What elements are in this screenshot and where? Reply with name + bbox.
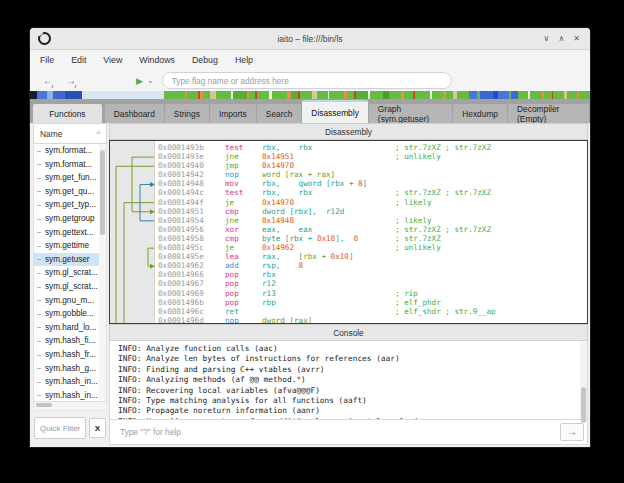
clear-filter-button[interactable]: X [89, 418, 106, 438]
function-item-sym-gnu-m[interactable]: sym.gnu_m... [34, 294, 99, 308]
function-item-sym-format[interactable]: sym.format... [34, 158, 99, 172]
address: 0x0001493e [158, 152, 204, 161]
disasm-line-0x0001495c[interactable]: 0x0001495cje0x14962; unlikely [110, 243, 587, 252]
desktop: { "colors": { "accent_selection": "#cfe5… [0, 0, 624, 483]
function-item-sym-get-fun[interactable]: sym.get_fun... [34, 171, 99, 185]
function-item-sym-format[interactable]: sym.format... [34, 144, 99, 158]
disasm-line-0x00014940[interactable]: 0x00014940jmp0x14970 [110, 161, 587, 170]
function-item-sym-get-typ[interactable]: sym.get_typ... [34, 198, 99, 212]
disasm-line-0x00014962[interactable]: 0x00014962addrsp, 8 [110, 261, 587, 270]
operands: 0x14962 [262, 243, 294, 252]
tab-strings[interactable]: Strings [165, 104, 209, 123]
disasm-line-0x00014948[interactable]: 0x00014948movrbx, qword [rbx + 8] [110, 179, 587, 188]
chevron-down-icon[interactable]: ⌄ [147, 76, 154, 85]
comment: ; elf_shdr ; str.9__ap [395, 307, 496, 316]
function-item-sym-gobble[interactable]: sym.gobble... [34, 307, 99, 321]
disasm-line-0x00014942[interactable]: 0x00014942nopword [rax + rax] [110, 170, 587, 179]
functions-scrollbar[interactable] [99, 144, 106, 401]
memory-map-bar[interactable] [30, 91, 590, 99]
disasm-line-0x0001496b[interactable]: 0x0001496bpoprbp; elf_phdr [110, 298, 587, 307]
function-item-sym-gettext[interactable]: sym.gettext... [34, 226, 99, 240]
tab-hexdump[interactable]: Hexdump [453, 104, 507, 123]
flag-search-input[interactable] [162, 72, 452, 89]
disasm-line-0x00014958[interactable]: 0x00014958cmpbyte [rbx + 0x10], 0; str.7… [110, 234, 587, 243]
disasm-line-0x00014967[interactable]: 0x00014967popr12 [110, 279, 587, 288]
close-icon[interactable]: ✕ [573, 34, 580, 44]
tab-decompiler-empty[interactable]: Decompiler (Empty) [508, 104, 589, 123]
comment: ; elf_phdr [395, 298, 441, 307]
disasm-line-0x0001496c[interactable]: 0x0001496cret; elf_shdr ; str.9__ap [110, 307, 587, 316]
mnemonic: jmp [225, 161, 239, 170]
disasm-line-0x0001495e[interactable]: 0x0001495elearax, [rbx + 0x10] [110, 252, 587, 261]
function-item-sym-hash-g[interactable]: sym.hash_g... [34, 362, 99, 376]
execute-command-button[interactable]: → [560, 423, 584, 441]
menu-windows[interactable]: Windows [139, 55, 175, 65]
operands: dword [rax] [262, 316, 312, 324]
tab-graph-sym-getuser[interactable]: Graph (sym.getuser) [369, 104, 452, 123]
operands: 0x14948 [262, 216, 294, 225]
forward-button[interactable]: → [66, 75, 76, 86]
mnemonic: je [225, 198, 234, 207]
menu-file[interactable]: File [40, 55, 54, 65]
tab-dashboard[interactable]: Dashboard [105, 104, 164, 123]
address: 0x00014969 [158, 289, 204, 298]
functions-name-column-header[interactable]: Name ^ [33, 123, 107, 144]
console-output[interactable]: INFO: Analyze function calls (aac)INFO: … [110, 341, 580, 419]
disasm-line-0x0001496d[interactable]: 0x0001496dnopdword [rax] [110, 316, 587, 324]
disasm-line-0x00014966[interactable]: 0x00014966poprbx [110, 270, 587, 279]
function-item-sym-gettime[interactable]: sym.gettime [34, 239, 99, 253]
scrollbar-thumb[interactable] [581, 387, 586, 423]
function-item-sym-gl-scrat[interactable]: sym.gl_scrat... [34, 266, 99, 280]
window-title: iaito – file:///bin/ls [30, 34, 590, 44]
maximize-icon[interactable]: ∧ [558, 34, 564, 44]
disassembly-view[interactable]: 0x0001493btestrbx, rbx; str.7zXZ ; str.7… [109, 140, 588, 324]
disasm-line-0x00014954[interactable]: 0x00014954jne0x14948; likely [110, 216, 587, 225]
function-item-sym-get-qu[interactable]: sym.get_qu... [34, 185, 99, 199]
disasm-line-0x0001494c[interactable]: 0x0001494ctestrbx, rbx; str.7zXZ ; str.7… [110, 188, 587, 197]
menu-view[interactable]: View [103, 55, 122, 65]
menu-debug[interactable]: Debug [192, 55, 218, 65]
disasm-line-0x0001493b[interactable]: 0x0001493btestrbx, rbx; str.7zXZ ; str.7… [110, 143, 587, 152]
disasm-line-0x00014951[interactable]: 0x00014951cmpdword [rbx], r12d [110, 207, 587, 216]
address: 0x00014948 [158, 179, 204, 188]
function-item-sym-hash-fi[interactable]: sym.hash_fi... [34, 334, 99, 348]
function-item-sym-gl-scrat[interactable]: sym.gl_scrat... [34, 280, 99, 294]
disasm-line-0x00014969[interactable]: 0x00014969popr13; rip [110, 289, 587, 298]
continue-play-button[interactable]: ▶ [136, 76, 143, 86]
scrollbar-thumb[interactable] [36, 403, 52, 407]
functions-hscrollbar[interactable] [33, 402, 107, 411]
quick-filter-input[interactable] [34, 417, 86, 439]
address: 0x00014966 [158, 270, 204, 279]
console-panel-title[interactable]: Console [109, 324, 588, 341]
tab-functions[interactable]: Functions [33, 104, 102, 123]
scrollbar-thumb[interactable] [100, 150, 105, 235]
disasm-line-0x00014956[interactable]: 0x00014956xoreax, eax; str.7zXZ ; str.7z… [110, 225, 587, 234]
address: 0x00014940 [158, 161, 204, 170]
tab-imports[interactable]: Imports [210, 104, 256, 123]
operands: r12 [262, 279, 276, 288]
function-item-sym-getuser[interactable]: sym.getuser [34, 253, 99, 267]
function-item-sym-hash-in[interactable]: sym.hash_in... [34, 375, 99, 389]
titlebar[interactable]: iaito – file:///bin/ls ∨ ∧ ✕ [30, 28, 590, 50]
column-header-label: Name [40, 129, 62, 139]
minimize-icon[interactable]: ∨ [544, 34, 550, 44]
tab-search[interactable]: Search [257, 104, 302, 123]
function-item-sym-hash-fr[interactable]: sym.hash_fr... [34, 348, 99, 362]
disassembly-panel-title[interactable]: Disassembly [109, 123, 588, 140]
menu-help[interactable]: Help [235, 55, 253, 65]
menu-edit[interactable]: Edit [71, 55, 86, 65]
tab-disassembly[interactable]: Disassembly [302, 100, 367, 123]
console-scrollbar[interactable] [580, 341, 587, 419]
disasm-line-0x0001493e[interactable]: 0x0001493ejne0x14951; unlikely [110, 152, 587, 161]
function-item-sym-hash-in[interactable]: sym.hash_in... [34, 389, 99, 401]
function-item-sym-getgroup[interactable]: sym.getgroup [34, 212, 99, 226]
disasm-line-0x0001494f[interactable]: 0x0001494fje0x14970; likely [110, 198, 587, 207]
address: 0x00014942 [158, 170, 204, 179]
function-item-sym-hard-lo[interactable]: sym.hard_lo... [34, 321, 99, 335]
mnemonic: jne [225, 216, 239, 225]
operands: 0x14951 [262, 152, 294, 161]
console-input[interactable] [112, 426, 557, 438]
console-line: INFO: Analyze function calls (aac) [118, 344, 580, 354]
back-button[interactable]: ← [43, 75, 53, 86]
address: 0x0001496b [158, 298, 204, 307]
